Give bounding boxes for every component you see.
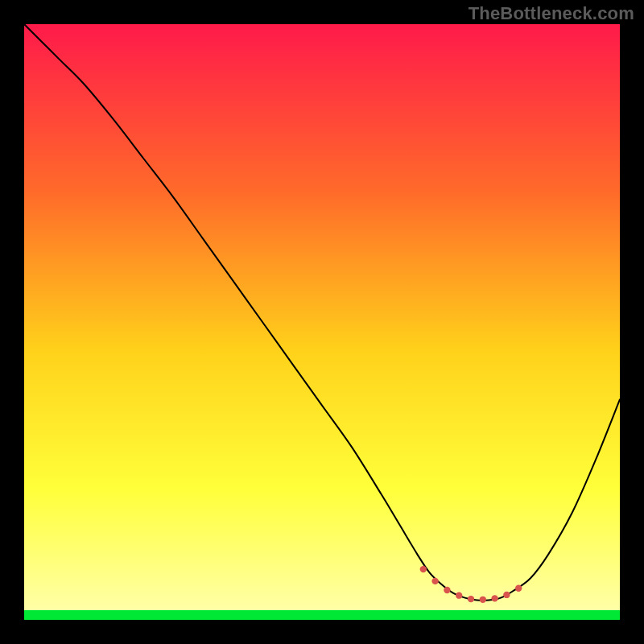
optimal-marker xyxy=(420,566,427,572)
optimal-marker xyxy=(456,592,462,598)
plot-green-strip xyxy=(24,610,620,620)
optimal-marker xyxy=(468,596,474,602)
optimal-marker xyxy=(431,578,438,584)
optimal-marker xyxy=(491,595,497,601)
optimal-marker xyxy=(515,585,522,592)
optimal-marker xyxy=(444,587,450,593)
bottleneck-chart xyxy=(0,0,644,644)
optimal-marker xyxy=(503,592,510,598)
optimal-marker xyxy=(480,597,486,603)
plot-background-gradient xyxy=(24,24,620,620)
chart-stage: TheBottleneck.com xyxy=(0,0,644,644)
